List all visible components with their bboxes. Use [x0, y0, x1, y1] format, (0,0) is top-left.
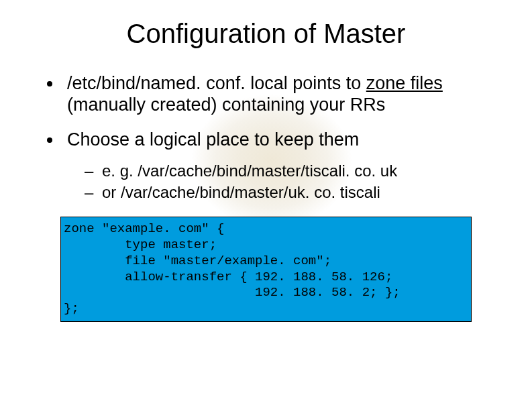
bullet-text-2: Choose a logical place to keep them: [67, 129, 359, 150]
code-block: zone "example. com" { type master; file …: [60, 217, 472, 322]
slide-title: Configuration of Master: [27, 19, 505, 49]
bullet-text-1a: /etc/bind/named. conf. local points to: [67, 73, 366, 93]
sub-bullet-text-2: or /var/cache/bind/master/uk. co. tiscal…: [102, 183, 380, 201]
bullet-text-1b-underlined: zone files: [366, 73, 443, 93]
bullet-item-1: /etc/bind/named. conf. local points to z…: [47, 73, 505, 116]
sub-bullet-list: e. g. /var/cache/bind/master/tiscali. co…: [67, 160, 505, 204]
bullet-item-2: Choose a logical place to keep them e. g…: [47, 129, 505, 204]
slide-content: Configuration of Master /etc/bind/named.…: [0, 0, 532, 322]
sub-bullet-text-1: e. g. /var/cache/bind/master/tiscali. co…: [102, 162, 397, 180]
bullet-list: /etc/bind/named. conf. local points to z…: [27, 73, 505, 203]
bullet-text-1c: (manually created) containing your RRs: [67, 95, 385, 115]
sub-bullet-2: or /var/cache/bind/master/uk. co. tiscal…: [85, 182, 505, 203]
sub-bullet-1: e. g. /var/cache/bind/master/tiscali. co…: [85, 160, 505, 182]
